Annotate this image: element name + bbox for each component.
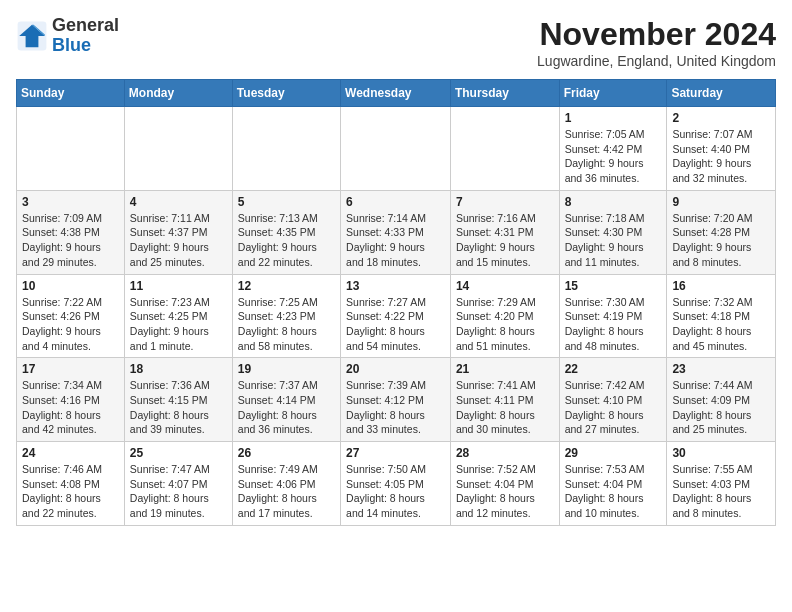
day-number: 14 (456, 279, 554, 293)
day-info: Sunrise: 7:39 AM Sunset: 4:12 PM Dayligh… (346, 378, 445, 437)
day-info: Sunrise: 7:37 AM Sunset: 4:14 PM Dayligh… (238, 378, 335, 437)
day-number: 28 (456, 446, 554, 460)
day-number: 11 (130, 279, 227, 293)
day-info: Sunrise: 7:34 AM Sunset: 4:16 PM Dayligh… (22, 378, 119, 437)
day-info: Sunrise: 7:32 AM Sunset: 4:18 PM Dayligh… (672, 295, 770, 354)
day-info: Sunrise: 7:11 AM Sunset: 4:37 PM Dayligh… (130, 211, 227, 270)
logo-icon (16, 20, 48, 52)
calendar-cell: 23Sunrise: 7:44 AM Sunset: 4:09 PM Dayli… (667, 358, 776, 442)
day-number: 22 (565, 362, 662, 376)
calendar-cell: 1Sunrise: 7:05 AM Sunset: 4:42 PM Daylig… (559, 107, 667, 191)
day-number: 30 (672, 446, 770, 460)
header-monday: Monday (124, 80, 232, 107)
day-number: 27 (346, 446, 445, 460)
day-info: Sunrise: 7:50 AM Sunset: 4:05 PM Dayligh… (346, 462, 445, 521)
calendar-cell: 26Sunrise: 7:49 AM Sunset: 4:06 PM Dayli… (232, 442, 340, 526)
day-number: 3 (22, 195, 119, 209)
calendar-cell: 13Sunrise: 7:27 AM Sunset: 4:22 PM Dayli… (341, 274, 451, 358)
calendar-cell: 5Sunrise: 7:13 AM Sunset: 4:35 PM Daylig… (232, 190, 340, 274)
day-info: Sunrise: 7:47 AM Sunset: 4:07 PM Dayligh… (130, 462, 227, 521)
day-number: 10 (22, 279, 119, 293)
day-number: 12 (238, 279, 335, 293)
location: Lugwardine, England, United Kingdom (537, 53, 776, 69)
calendar-cell: 14Sunrise: 7:29 AM Sunset: 4:20 PM Dayli… (450, 274, 559, 358)
calendar-cell (232, 107, 340, 191)
day-info: Sunrise: 7:29 AM Sunset: 4:20 PM Dayligh… (456, 295, 554, 354)
calendar-cell: 8Sunrise: 7:18 AM Sunset: 4:30 PM Daylig… (559, 190, 667, 274)
day-info: Sunrise: 7:42 AM Sunset: 4:10 PM Dayligh… (565, 378, 662, 437)
header-thursday: Thursday (450, 80, 559, 107)
calendar-cell: 21Sunrise: 7:41 AM Sunset: 4:11 PM Dayli… (450, 358, 559, 442)
day-number: 7 (456, 195, 554, 209)
day-number: 19 (238, 362, 335, 376)
day-info: Sunrise: 7:25 AM Sunset: 4:23 PM Dayligh… (238, 295, 335, 354)
day-info: Sunrise: 7:23 AM Sunset: 4:25 PM Dayligh… (130, 295, 227, 354)
calendar-cell: 7Sunrise: 7:16 AM Sunset: 4:31 PM Daylig… (450, 190, 559, 274)
calendar-table: SundayMondayTuesdayWednesdayThursdayFrid… (16, 79, 776, 526)
day-info: Sunrise: 7:18 AM Sunset: 4:30 PM Dayligh… (565, 211, 662, 270)
header-tuesday: Tuesday (232, 80, 340, 107)
calendar-cell: 29Sunrise: 7:53 AM Sunset: 4:04 PM Dayli… (559, 442, 667, 526)
header-wednesday: Wednesday (341, 80, 451, 107)
calendar-week-3: 10Sunrise: 7:22 AM Sunset: 4:26 PM Dayli… (17, 274, 776, 358)
calendar-cell: 2Sunrise: 7:07 AM Sunset: 4:40 PM Daylig… (667, 107, 776, 191)
calendar-cell: 17Sunrise: 7:34 AM Sunset: 4:16 PM Dayli… (17, 358, 125, 442)
day-info: Sunrise: 7:44 AM Sunset: 4:09 PM Dayligh… (672, 378, 770, 437)
day-info: Sunrise: 7:46 AM Sunset: 4:08 PM Dayligh… (22, 462, 119, 521)
day-info: Sunrise: 7:53 AM Sunset: 4:04 PM Dayligh… (565, 462, 662, 521)
calendar-cell: 11Sunrise: 7:23 AM Sunset: 4:25 PM Dayli… (124, 274, 232, 358)
header-friday: Friday (559, 80, 667, 107)
calendar-cell: 15Sunrise: 7:30 AM Sunset: 4:19 PM Dayli… (559, 274, 667, 358)
calendar-cell: 20Sunrise: 7:39 AM Sunset: 4:12 PM Dayli… (341, 358, 451, 442)
calendar-cell: 28Sunrise: 7:52 AM Sunset: 4:04 PM Dayli… (450, 442, 559, 526)
header-sunday: Sunday (17, 80, 125, 107)
calendar-header-row: SundayMondayTuesdayWednesdayThursdayFrid… (17, 80, 776, 107)
title-area: November 2024 Lugwardine, England, Unite… (537, 16, 776, 69)
day-number: 8 (565, 195, 662, 209)
calendar-cell (341, 107, 451, 191)
day-info: Sunrise: 7:20 AM Sunset: 4:28 PM Dayligh… (672, 211, 770, 270)
calendar-week-2: 3Sunrise: 7:09 AM Sunset: 4:38 PM Daylig… (17, 190, 776, 274)
day-number: 29 (565, 446, 662, 460)
calendar-cell (17, 107, 125, 191)
calendar-cell: 24Sunrise: 7:46 AM Sunset: 4:08 PM Dayli… (17, 442, 125, 526)
day-number: 17 (22, 362, 119, 376)
day-info: Sunrise: 7:09 AM Sunset: 4:38 PM Dayligh… (22, 211, 119, 270)
header-saturday: Saturday (667, 80, 776, 107)
day-info: Sunrise: 7:14 AM Sunset: 4:33 PM Dayligh… (346, 211, 445, 270)
day-number: 18 (130, 362, 227, 376)
calendar-week-4: 17Sunrise: 7:34 AM Sunset: 4:16 PM Dayli… (17, 358, 776, 442)
day-info: Sunrise: 7:13 AM Sunset: 4:35 PM Dayligh… (238, 211, 335, 270)
day-info: Sunrise: 7:52 AM Sunset: 4:04 PM Dayligh… (456, 462, 554, 521)
calendar-cell: 30Sunrise: 7:55 AM Sunset: 4:03 PM Dayli… (667, 442, 776, 526)
day-number: 21 (456, 362, 554, 376)
header: General Blue November 2024 Lugwardine, E… (16, 16, 776, 69)
day-info: Sunrise: 7:30 AM Sunset: 4:19 PM Dayligh… (565, 295, 662, 354)
calendar-cell: 10Sunrise: 7:22 AM Sunset: 4:26 PM Dayli… (17, 274, 125, 358)
calendar-cell: 6Sunrise: 7:14 AM Sunset: 4:33 PM Daylig… (341, 190, 451, 274)
day-number: 4 (130, 195, 227, 209)
calendar-cell: 19Sunrise: 7:37 AM Sunset: 4:14 PM Dayli… (232, 358, 340, 442)
calendar-cell (124, 107, 232, 191)
calendar-cell (450, 107, 559, 191)
month-title: November 2024 (537, 16, 776, 53)
day-number: 15 (565, 279, 662, 293)
day-number: 9 (672, 195, 770, 209)
day-info: Sunrise: 7:55 AM Sunset: 4:03 PM Dayligh… (672, 462, 770, 521)
day-number: 24 (22, 446, 119, 460)
day-info: Sunrise: 7:16 AM Sunset: 4:31 PM Dayligh… (456, 211, 554, 270)
day-info: Sunrise: 7:05 AM Sunset: 4:42 PM Dayligh… (565, 127, 662, 186)
day-info: Sunrise: 7:22 AM Sunset: 4:26 PM Dayligh… (22, 295, 119, 354)
logo-text: General Blue (52, 16, 119, 56)
calendar-cell: 12Sunrise: 7:25 AM Sunset: 4:23 PM Dayli… (232, 274, 340, 358)
day-number: 16 (672, 279, 770, 293)
calendar-cell: 9Sunrise: 7:20 AM Sunset: 4:28 PM Daylig… (667, 190, 776, 274)
calendar-cell: 25Sunrise: 7:47 AM Sunset: 4:07 PM Dayli… (124, 442, 232, 526)
calendar-cell: 4Sunrise: 7:11 AM Sunset: 4:37 PM Daylig… (124, 190, 232, 274)
day-number: 25 (130, 446, 227, 460)
day-number: 26 (238, 446, 335, 460)
calendar-cell: 22Sunrise: 7:42 AM Sunset: 4:10 PM Dayli… (559, 358, 667, 442)
calendar-week-1: 1Sunrise: 7:05 AM Sunset: 4:42 PM Daylig… (17, 107, 776, 191)
calendar-cell: 27Sunrise: 7:50 AM Sunset: 4:05 PM Dayli… (341, 442, 451, 526)
day-info: Sunrise: 7:41 AM Sunset: 4:11 PM Dayligh… (456, 378, 554, 437)
